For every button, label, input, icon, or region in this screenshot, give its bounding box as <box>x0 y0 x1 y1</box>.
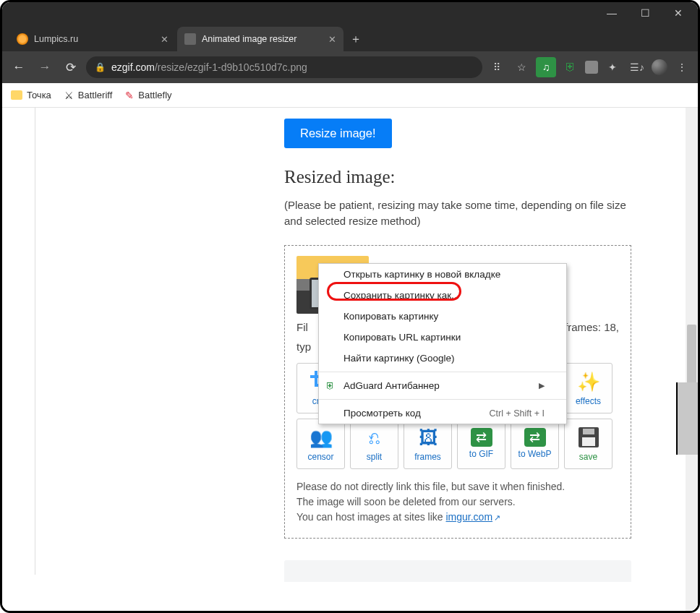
page-left-border <box>35 108 35 575</box>
vertical-scrollbar[interactable] <box>686 108 698 611</box>
tool-label: to WebP <box>518 449 552 459</box>
ctx-separator <box>319 372 566 372</box>
scrollbar-thumb[interactable] <box>687 325 696 390</box>
chevron-right-icon: ▶ <box>539 381 545 390</box>
kebab-menu-icon[interactable]: ⋮ <box>672 57 692 77</box>
nav-reload-button[interactable]: ⟳ <box>60 56 82 78</box>
tool-label: effects <box>576 396 601 406</box>
tool-save[interactable]: save <box>564 419 612 469</box>
ctx-label: Найти картинку (Google) <box>343 353 454 364</box>
ctx-copy-image-url[interactable]: Копировать URL картинки <box>319 327 566 348</box>
resized-heading: Resized image: <box>284 167 660 187</box>
tool-to-webp[interactable]: ⇄to WebP <box>511 419 559 469</box>
external-link-icon: ↗ <box>494 513 500 522</box>
togif-icon: ⇄ <box>471 428 492 447</box>
split-icon: ⎌ <box>369 425 380 450</box>
translate-icon[interactable]: ⠿ <box>487 57 507 77</box>
ctx-search-google[interactable]: Найти картинку (Google) <box>319 348 566 369</box>
ctx-label: Открыть картинку в новой вкладке <box>343 269 500 280</box>
bookmark-label: Battleriff <box>78 90 112 100</box>
ctx-save-image-as[interactable]: Сохранить картинку как... <box>319 285 566 306</box>
tool-label: to GIF <box>469 449 493 459</box>
meta-frames: frames: 18, <box>565 321 619 333</box>
minimap-indicator[interactable] <box>676 382 698 455</box>
reading-list-icon[interactable]: ☰♪ <box>627 57 647 77</box>
url-text: ezgif.com/resize/ezgif-1-d9b10c510d7c.pn… <box>111 61 307 73</box>
bookmark-label: Battlefly <box>138 90 171 100</box>
ctx-inspect[interactable]: Просмотреть код Ctrl + Shift + I <box>319 403 566 424</box>
tab-title: Lumpics.ru <box>34 34 155 44</box>
profile-avatar[interactable] <box>652 59 667 75</box>
tool-label: split <box>367 452 382 462</box>
ctx-label: Копировать URL картинки <box>343 332 461 343</box>
tool-to-gif[interactable]: ⇄to GIF <box>457 419 505 469</box>
extensions-puzzle-icon[interactable]: ✦ <box>602 57 623 77</box>
page-content: Resize image! Resized image: (Please be … <box>2 108 698 611</box>
tab-title: Animated image resizer <box>202 34 323 44</box>
extension-adguard-icon[interactable]: ⛨ <box>560 57 581 77</box>
window-minimize-button[interactable]: ― <box>595 2 628 24</box>
note-line: Please do not directly link this file, b… <box>296 479 619 494</box>
tool-label: save <box>579 452 597 462</box>
close-tab-icon[interactable]: ✕ <box>161 34 168 45</box>
image-context-menu: Открыть картинку в новой вкладке Сохрани… <box>318 263 567 424</box>
bookmark-battlefly[interactable]: ✎Battlefly <box>125 90 171 101</box>
ctx-label: Сохранить картинку как... <box>343 290 459 301</box>
tool-censor[interactable]: 👥censor <box>296 419 345 469</box>
browser-toolbar: ← → ⟳ 🔒 ezgif.com/resize/ezgif-1-d9b10c5… <box>2 51 698 83</box>
favicon-lumpics <box>17 33 28 45</box>
imgur-link[interactable]: imgur.com <box>446 511 493 523</box>
save-icon <box>579 425 599 450</box>
ctx-shortcut: Ctrl + Shift + I <box>490 408 545 419</box>
note-line: You can host images at sites like imgur.… <box>296 510 619 525</box>
next-section-placeholder <box>284 560 631 582</box>
frames-icon: 🖼 <box>419 425 438 450</box>
footer-notes: Please do not directly link this file, b… <box>296 479 619 525</box>
resize-image-button[interactable]: Resize image! <box>284 119 392 148</box>
app-window: ― ☐ ✕ Lumpics.ru ✕ Animated image resize… <box>0 0 700 613</box>
tool-label: frames <box>414 452 441 462</box>
extension-music-icon[interactable]: ♫ <box>536 57 556 77</box>
window-close-button[interactable]: ✕ <box>662 2 695 24</box>
extension-generic-icon[interactable] <box>585 61 598 74</box>
close-tab-icon[interactable]: ✕ <box>328 34 336 45</box>
patience-note: (Please be patient, resizing may take so… <box>284 197 631 229</box>
ctx-label: Просмотреть код <box>343 408 421 419</box>
browser-tab-lumpics[interactable]: Lumpics.ru ✕ <box>9 27 176 51</box>
favicon-ezgif <box>184 33 196 45</box>
bookmark-label: Точка <box>27 90 51 100</box>
nav-forward-button[interactable]: → <box>34 56 56 78</box>
towebp-icon: ⇄ <box>524 428 546 447</box>
bookmarks-bar: Точка ⚔Battleriff ✎Battlefly <box>2 83 698 108</box>
ctx-label: Копировать картинку <box>343 311 438 322</box>
folder-icon <box>11 90 22 100</box>
shield-icon: ⛨ <box>325 380 335 391</box>
tool-frames[interactable]: 🖼frames <box>404 419 452 469</box>
tool-label: censor <box>307 452 333 462</box>
bookmark-battleriff[interactable]: ⚔Battleriff <box>64 90 112 101</box>
browser-tab-ezgif[interactable]: Animated image resizer ✕ <box>177 27 343 51</box>
ctx-separator <box>319 399 566 400</box>
window-maximize-button[interactable]: ☐ <box>628 2 662 24</box>
star-icon[interactable]: ☆ <box>511 57 532 77</box>
window-titlebar: ― ☐ ✕ <box>2 2 698 24</box>
lock-icon: 🔒 <box>95 62 106 72</box>
ctx-copy-image[interactable]: Копировать картинку <box>319 306 566 327</box>
effects-icon: ✨ <box>577 369 600 394</box>
note-line: The image will soon be deleted from our … <box>296 494 619 510</box>
nav-back-button[interactable]: ← <box>8 56 30 78</box>
note-fragment: You can host images at sites like <box>296 511 446 523</box>
bookmark-icon: ⚔ <box>64 90 74 101</box>
ctx-open-in-new-tab[interactable]: Открыть картинку в новой вкладке <box>319 264 566 285</box>
tool-effects[interactable]: ✨effects <box>564 363 612 413</box>
meta-fragment: Fil <box>296 321 308 333</box>
page-viewport: Resize image! Resized image: (Please be … <box>2 108 698 611</box>
tool-split[interactable]: ⎌split <box>350 419 398 469</box>
new-tab-button[interactable]: ＋ <box>345 28 367 50</box>
bookmark-tochka[interactable]: Точка <box>11 90 51 100</box>
address-bar[interactable]: 🔒 ezgif.com/resize/ezgif-1-d9b10c510d7c.… <box>86 56 482 78</box>
censor-icon: 👥 <box>310 425 333 450</box>
bookmark-icon: ✎ <box>125 90 134 101</box>
browser-tabstrip: Lumpics.ru ✕ Animated image resizer ✕ ＋ <box>2 24 698 51</box>
ctx-adguard-submenu[interactable]: ⛨ AdGuard Антибаннер ▶ <box>319 375 566 396</box>
